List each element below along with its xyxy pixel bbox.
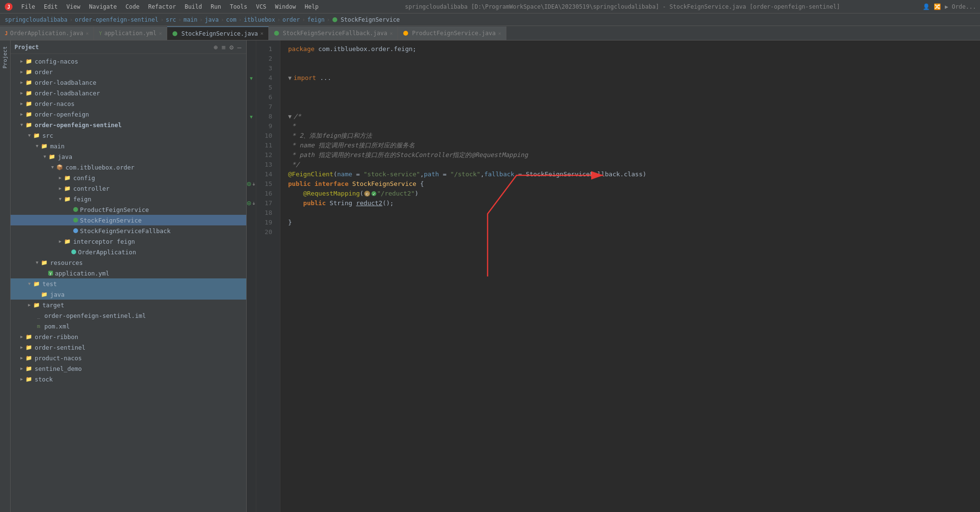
project-panel: Project ⊕ ≡ ⚙ — ▶ 📁 config-nacos ▶ 📁 ord…	[11, 40, 247, 512]
tree-item-sentinel-demo[interactable]: ▶ 📁 sentinel_demo	[11, 363, 246, 374]
tree-item-order[interactable]: ▶ 📁 order	[11, 66, 246, 77]
tree-item-order-loadbalancer[interactable]: ▶ 📁 order-loadbalancer	[11, 88, 246, 98]
tab-close-icon[interactable]: ×	[390, 30, 393, 37]
tab-close-icon[interactable]: ×	[260, 30, 264, 37]
tree-item-iml[interactable]: _ order-openfeign-sentinel.iml	[11, 310, 246, 321]
breadcrumb-order[interactable]: order	[282, 16, 300, 23]
tree-item-stock[interactable]: ▶ 📁 stock	[11, 374, 246, 384]
svg-text:©: ©	[366, 192, 369, 197]
tree-item-order-nacos[interactable]: ▶ 📁 order-nacos	[11, 98, 246, 109]
tree-item-order-openfeign[interactable]: ▶ 📁 order-openfeign	[11, 109, 246, 119]
tree-item-java-test[interactable]: 📁 java	[11, 289, 246, 300]
tree-item-controller[interactable]: ▶ 📁 controller	[11, 183, 246, 194]
menu-bar: J File Edit View Navigate Code Refactor …	[0, 0, 980, 13]
tree-item-stock-feign-service[interactable]: StockFeignService	[11, 215, 246, 225]
tab-close-icon[interactable]: ×	[159, 30, 162, 37]
breadcrumb-src[interactable]: src	[166, 16, 176, 23]
gutter-15[interactable]	[247, 179, 256, 189]
tree-item-order-loadbalance[interactable]: ▶ 📁 order-loadbalance	[11, 77, 246, 88]
code-line-18	[288, 208, 980, 218]
tree-item-pom[interactable]: m pom.xml	[11, 321, 246, 331]
code-content: ▼ ▼	[247, 40, 980, 512]
menu-file[interactable]: File	[17, 2, 39, 11]
breadcrumb-itbluebox[interactable]: itbluebox	[244, 16, 275, 23]
code-line-8: ▼/*	[288, 112, 980, 121]
tree-item-order-sentinel[interactable]: ▶ 📁 order-sentinel	[11, 342, 246, 353]
user-icon[interactable]: 👤	[923, 3, 930, 10]
folder-icon: 📁	[64, 237, 71, 245]
folder-main-icon: 📁	[40, 142, 48, 150]
tab-close-icon[interactable]: ×	[86, 30, 89, 37]
code-lines[interactable]: package com.itbluebox.order.feign; ▼impo…	[280, 40, 980, 512]
run-icon[interactable]: ▶ Orde...	[945, 3, 976, 10]
breadcrumb-module[interactable]: order-openfeign-sentinel	[75, 16, 158, 23]
tree-item-target[interactable]: ▶ 📁 target	[11, 300, 246, 310]
tree-item-package[interactable]: ▼ 📦 com.itbluebox.order	[11, 162, 246, 172]
tab-close-icon[interactable]: ×	[498, 30, 502, 37]
code-line-11: * name 指定调用rest接口所对应的服务名	[288, 141, 980, 150]
tab-product-feign-service[interactable]: ProductFeignService.java ×	[398, 26, 506, 40]
menu-vcs[interactable]: VCS	[252, 2, 270, 11]
tree-item-feign[interactable]: ▼ 📁 feign	[11, 194, 246, 204]
menu-navigate[interactable]: Navigate	[85, 2, 121, 11]
tree-item-config-nacos[interactable]: ▶ 📁 config-nacos	[11, 56, 246, 66]
breadcrumb-com[interactable]: com	[226, 16, 237, 23]
tree-item-java-dir[interactable]: ▼ 📁 java	[11, 151, 246, 162]
folder-icon: 📁	[25, 79, 33, 86]
tree-item-interceptor-feign[interactable]: ▶ 📁 interceptor feign	[11, 236, 246, 247]
minimize-icon[interactable]: —	[237, 42, 242, 52]
menu-code[interactable]: Code	[122, 2, 144, 11]
tree-item-order-openfeign-sentinel[interactable]: ▼ 📁 order-openfeign-sentinel	[11, 119, 246, 130]
menu-view[interactable]: View	[63, 2, 84, 11]
locate-file-icon[interactable]: ⊕	[212, 42, 218, 52]
collapse-all-icon[interactable]: ≡	[221, 42, 226, 52]
tree-item-stock-feign-service-fallback[interactable]: StockFeignServiceFallback	[11, 225, 246, 236]
tree-item-resources[interactable]: ▼ 📁 resources	[11, 257, 246, 268]
gutter-3	[247, 64, 256, 73]
menu-window[interactable]: Window	[271, 2, 300, 11]
tree-item-config[interactable]: ▶ 📁 config	[11, 172, 246, 183]
menu-edit[interactable]: Edit	[40, 2, 62, 11]
breadcrumb-project[interactable]: springcloudalibaba	[5, 16, 67, 23]
folder-icon: 📁	[25, 110, 33, 118]
line-num-7: 7	[256, 102, 276, 112]
tab-application-yml[interactable]: Y application.yml ×	[94, 26, 167, 40]
tree-item-application-yml[interactable]: y application.yml	[11, 268, 246, 278]
menu-run[interactable]: Run	[207, 2, 225, 11]
panel-title: Project	[14, 44, 210, 51]
menu-build[interactable]: Build	[181, 2, 206, 11]
gutter-8[interactable]: ▼	[247, 112, 256, 121]
settings-icon[interactable]: ⚙	[228, 42, 234, 52]
folder-java-icon: 📁	[48, 153, 56, 160]
code-editor[interactable]: ▼ ▼	[247, 40, 980, 512]
line-num-14: 14	[256, 170, 276, 179]
menu-tools[interactable]: Tools	[226, 2, 251, 11]
project-panel-label[interactable]: Project	[0, 42, 10, 72]
sidebar-panel-toggle[interactable]: Project	[0, 40, 11, 512]
tab-stock-feign-service-fallback[interactable]: StockFeignServiceFallback.java ×	[269, 26, 398, 40]
tree-item-product-nacos[interactable]: ▶ 📁 product-nacos	[11, 353, 246, 363]
expand-arrow-icon: ▶	[18, 91, 25, 95]
git-icon[interactable]: 🔀	[934, 3, 941, 10]
gutter-4[interactable]: ▼	[247, 73, 256, 83]
breadcrumb-java[interactable]: java	[205, 16, 219, 23]
gutter-17[interactable]	[247, 198, 256, 208]
breadcrumb-main[interactable]: main	[184, 16, 198, 23]
tree-item-order-ribbon[interactable]: ▶ 📁 order-ribbon	[11, 331, 246, 342]
panel-header: Project ⊕ ≡ ⚙ —	[11, 40, 246, 54]
gutter-13	[247, 160, 256, 170]
menu-refactor[interactable]: Refactor	[144, 2, 180, 11]
tree-item-src[interactable]: ▼ 📁 src	[11, 130, 246, 141]
tree-item-order-application[interactable]: OrderApplication	[11, 247, 246, 257]
menu-help[interactable]: Help	[301, 2, 322, 11]
code-line-7	[288, 102, 980, 112]
tree-item-product-feign-service[interactable]: ProductFeignService	[11, 204, 246, 215]
folder-icon: 📁	[25, 121, 33, 129]
tab-stock-feign-service[interactable]: StockFeignService.java ×	[167, 26, 269, 40]
expand-arrow-icon: ▶	[18, 377, 25, 381]
expand-arrow-icon: ▶	[18, 101, 25, 106]
tab-order-application[interactable]: J OrderApplication.java ×	[0, 26, 94, 40]
breadcrumb-feign[interactable]: feign	[307, 16, 325, 23]
tree-item-main[interactable]: ▼ 📁 main	[11, 141, 246, 151]
tree-item-test[interactable]: ▼ 📁 test	[11, 278, 246, 289]
